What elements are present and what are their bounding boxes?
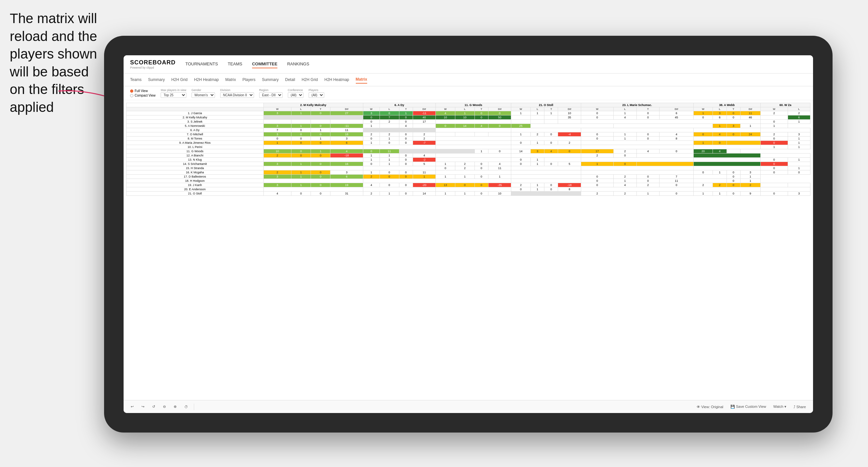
watch-button[interactable]: Watch ▾ bbox=[771, 404, 788, 409]
cell: 1 bbox=[436, 191, 455, 196]
subnav-summary2[interactable]: Summary bbox=[262, 76, 278, 83]
cell: 0 bbox=[399, 132, 413, 136]
max-players-select[interactable]: Top 25 Top 50 bbox=[161, 92, 186, 98]
wlt-w1: W bbox=[264, 107, 291, 111]
cell: 2 bbox=[379, 132, 399, 136]
conference-select[interactable]: (All) bbox=[288, 92, 303, 98]
view-original-button[interactable]: 👁 View: Original bbox=[695, 404, 725, 409]
cell: 0 bbox=[311, 132, 331, 136]
cell bbox=[761, 128, 810, 132]
cell: 0 bbox=[474, 191, 488, 196]
cell-self bbox=[399, 149, 474, 154]
subnav-matrix2[interactable]: Matrix bbox=[356, 76, 367, 84]
subnav-players[interactable]: Players bbox=[242, 76, 255, 83]
full-view-option[interactable]: Full View bbox=[130, 89, 155, 93]
cell: -2 bbox=[413, 158, 435, 162]
redo-button[interactable]: ↪ bbox=[140, 404, 146, 409]
toolbar-separator bbox=[194, 404, 194, 410]
cell bbox=[264, 145, 363, 149]
subnav-matrix[interactable]: Matrix bbox=[225, 76, 236, 83]
filter-bar: Full View Compact View Max players in vi… bbox=[124, 87, 813, 100]
cell bbox=[436, 179, 511, 183]
undo-button[interactable]: ↩ bbox=[129, 404, 135, 409]
cell: 0 bbox=[291, 154, 311, 158]
cell: 0 bbox=[761, 158, 788, 162]
table-row: 17. D Ballesteros 3 1 0 6 2 0 0 1 1 1 0 … bbox=[126, 175, 810, 179]
cell: 0 bbox=[488, 149, 511, 154]
cell: 0 bbox=[311, 124, 331, 128]
zoom-in-button[interactable]: ⊕ bbox=[172, 404, 179, 409]
table-row: 10. L Perini 1 1 bbox=[126, 145, 810, 149]
region-label: Region bbox=[259, 89, 283, 92]
cell: 2 bbox=[511, 183, 531, 187]
cell bbox=[436, 158, 511, 162]
cell: 0 bbox=[726, 116, 740, 120]
table-row: 1. J Garcia 3 1 0 27 3 0 1 -11 4 1 0 0 1 bbox=[126, 111, 810, 116]
subnav-h2hheatmap[interactable]: H2H Heatmap bbox=[194, 76, 219, 83]
cell: 1 bbox=[788, 120, 810, 124]
settings-button[interactable]: ⏱ bbox=[182, 404, 190, 409]
col-header-mulcahy: 2. M Kelly Mulcahy bbox=[264, 103, 363, 107]
cell: 1 bbox=[613, 132, 637, 136]
cell: 4 bbox=[613, 183, 637, 187]
cell: 0 bbox=[726, 175, 740, 179]
table-row: 8. M Torres 0 0 1 3 0 1 0 2 0 1 0 bbox=[126, 136, 810, 141]
share-button[interactable]: ⤴ Share bbox=[792, 404, 808, 409]
cell: 0 bbox=[474, 175, 488, 179]
player-name: 8. M Torres bbox=[126, 136, 264, 141]
nav-rankings[interactable]: RANKINGS bbox=[287, 60, 309, 68]
gender-select[interactable]: Women's Men's bbox=[191, 92, 215, 98]
wlt-w4: W bbox=[511, 107, 531, 111]
cell: 2 bbox=[581, 191, 613, 196]
cell bbox=[761, 116, 788, 120]
subnav-h2hgrid2[interactable]: H2H Grid bbox=[302, 76, 318, 83]
nav-tournaments[interactable]: TOURNAMENTS bbox=[185, 60, 218, 68]
cell: 3 bbox=[264, 162, 291, 166]
subnav-h2hgrid[interactable]: H2H Grid bbox=[172, 76, 188, 83]
cell: 0 bbox=[693, 170, 713, 175]
subnav-summary[interactable]: Summary bbox=[148, 76, 164, 83]
division-label: Division bbox=[220, 89, 254, 92]
compact-view-option[interactable]: Compact View bbox=[130, 94, 155, 97]
cell: 0 bbox=[474, 116, 488, 120]
matrix-container[interactable]: 2. M Kelly Mulcahy 6. A Dy 11. G Woods 2… bbox=[124, 100, 813, 400]
cell bbox=[693, 158, 761, 162]
cell: 14 bbox=[413, 191, 435, 196]
players-select[interactable]: (All) bbox=[309, 92, 324, 98]
zoom-out-button[interactable]: ⊖ bbox=[161, 404, 168, 409]
cell bbox=[531, 120, 545, 124]
full-view-radio[interactable] bbox=[130, 89, 133, 93]
view-original-label: View: Original bbox=[701, 405, 723, 409]
cell: 1 bbox=[455, 111, 474, 116]
subnav-h2hheatmap2[interactable]: H2H Heatmap bbox=[324, 76, 349, 83]
cell: 0 bbox=[291, 128, 311, 132]
logo-title: SCOREBOARD bbox=[130, 59, 176, 66]
nav-committee[interactable]: COMMITTEE bbox=[252, 60, 277, 68]
cell: 3 bbox=[531, 149, 545, 154]
compact-view-radio[interactable] bbox=[130, 94, 133, 97]
cell: 0 bbox=[399, 158, 413, 162]
cell: 0 bbox=[399, 191, 413, 196]
cell: 3 bbox=[726, 124, 740, 128]
wlt-w5: W bbox=[581, 107, 613, 111]
wlt-t4: T bbox=[545, 107, 558, 111]
cell: -18 bbox=[331, 154, 363, 158]
nav-teams[interactable]: TEAMS bbox=[228, 60, 242, 68]
cell: 0 bbox=[613, 162, 637, 166]
region-select[interactable]: East - DII (All) bbox=[259, 92, 283, 98]
cell: 1 bbox=[740, 179, 761, 183]
cell bbox=[363, 179, 436, 183]
division-select[interactable]: NCAA Division II NCAA Division I bbox=[220, 92, 254, 98]
cell: 2 bbox=[613, 191, 637, 196]
cell: 3 bbox=[264, 132, 291, 136]
cell: 17 bbox=[413, 120, 435, 124]
table-row: 14. S Srichantamit 3 1 0 16 0 1 0 5 1 2 … bbox=[126, 162, 810, 166]
cell: 1 bbox=[788, 158, 810, 162]
cell: 0 bbox=[474, 111, 488, 116]
subnav-detail[interactable]: Detail bbox=[285, 76, 295, 83]
player-name: 7. O Mitchell bbox=[126, 132, 264, 136]
subnav-teams[interactable]: Teams bbox=[130, 76, 142, 83]
save-custom-button[interactable]: 💾 Save Custom View bbox=[728, 404, 768, 409]
refresh-button[interactable]: ↺ bbox=[150, 404, 157, 409]
table-row: 3. S Jelinek 0 2 0 17 bbox=[126, 120, 810, 124]
